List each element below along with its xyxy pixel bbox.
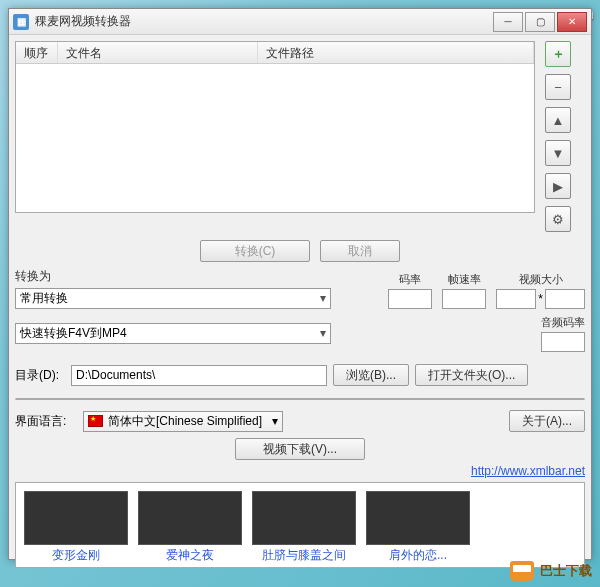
directory-value: D:\Documents\	[76, 368, 155, 382]
settings-button[interactable]: ⚙	[545, 206, 571, 232]
titlebar: ▦ 稞麦网视频转换器 ─ ▢ ✕	[9, 9, 591, 35]
website-link[interactable]: http://www.xmlbar.net	[471, 464, 585, 478]
format-value: 快速转换F4V到MP4	[20, 325, 127, 342]
thumb-image	[24, 491, 128, 545]
app-window: ▦ 稞麦网视频转换器 ─ ▢ ✕ 顺序 文件名 文件路径 ＋ − ▲ ▼ ▶	[8, 8, 592, 560]
thumb-caption: 肚脐与膝盖之间	[252, 547, 356, 564]
footer-brand-text: 巴士下载	[540, 562, 592, 580]
play-button[interactable]: ▶	[545, 173, 571, 199]
language-value: 简体中文[Chinese Simplified]	[108, 413, 262, 430]
thumb-image	[366, 491, 470, 545]
thumb-image	[138, 491, 242, 545]
remove-button[interactable]: −	[545, 74, 571, 100]
thumb-item[interactable]: 肚脐与膝盖之间	[252, 491, 356, 559]
thumb-item[interactable]: 肩外的恋...	[366, 491, 470, 559]
framerate-label: 帧速率	[442, 272, 486, 287]
audio-bitrate-input[interactable]	[541, 332, 585, 352]
language-select[interactable]: 简体中文[Chinese Simplified]	[83, 411, 283, 432]
cancel-button[interactable]: 取消	[320, 240, 400, 262]
preset-value: 常用转换	[20, 290, 68, 307]
thumbnail-strip: 变形金刚 爱神之夜 肚脐与膝盖之间 肩外的恋...	[15, 482, 585, 568]
column-seq[interactable]: 顺序	[16, 42, 58, 63]
app-icon: ▦	[13, 14, 29, 30]
open-folder-button[interactable]: 打开文件夹(O)...	[415, 364, 528, 386]
content-area: 顺序 文件名 文件路径 ＋ − ▲ ▼ ▶ ⚙ 转换(C) 取消 转换为	[9, 35, 591, 559]
bus-icon	[510, 561, 534, 581]
table-header: 顺序 文件名 文件路径	[16, 42, 534, 64]
about-button[interactable]: 关于(A)...	[509, 410, 585, 432]
directory-label: 目录(D):	[15, 367, 65, 384]
maximize-button[interactable]: ▢	[525, 12, 555, 32]
thumb-caption: 肩外的恋...	[366, 547, 470, 564]
bitrate-input[interactable]	[388, 289, 432, 309]
width-input[interactable]	[496, 289, 536, 309]
size-star: *	[538, 292, 543, 306]
progress-bar	[15, 398, 585, 400]
bitrate-label: 码率	[388, 272, 432, 287]
browse-button[interactable]: 浏览(B)...	[333, 364, 409, 386]
side-toolbar: ＋ − ▲ ▼ ▶ ⚙	[541, 41, 575, 232]
flag-icon	[88, 415, 103, 427]
add-button[interactable]: ＋	[545, 41, 571, 67]
video-size-label: 视频大小	[496, 272, 585, 287]
file-list-table[interactable]: 顺序 文件名 文件路径	[15, 41, 535, 213]
directory-input[interactable]: D:\Documents\	[71, 365, 327, 386]
audio-bitrate-label: 音频码率	[541, 315, 585, 330]
thumb-item[interactable]: 爱神之夜	[138, 491, 242, 559]
format-select[interactable]: 快速转换F4V到MP4	[15, 323, 331, 344]
window-controls: ─ ▢ ✕	[491, 12, 587, 32]
thumb-image	[252, 491, 356, 545]
close-button[interactable]: ✕	[557, 12, 587, 32]
window-title: 稞麦网视频转换器	[35, 13, 491, 30]
move-down-button[interactable]: ▼	[545, 140, 571, 166]
column-name[interactable]: 文件名	[58, 42, 258, 63]
minimize-button[interactable]: ─	[493, 12, 523, 32]
thumb-caption: 变形金刚	[24, 547, 128, 564]
convert-button[interactable]: 转换(C)	[200, 240, 310, 262]
thumb-caption: 爱神之夜	[138, 547, 242, 564]
height-input[interactable]	[545, 289, 585, 309]
language-label: 界面语言:	[15, 413, 75, 430]
preset-select[interactable]: 常用转换	[15, 288, 331, 309]
footer-brand: 巴士下载	[510, 561, 592, 581]
video-download-button[interactable]: 视频下载(V)...	[235, 438, 365, 460]
move-up-button[interactable]: ▲	[545, 107, 571, 133]
thumb-item[interactable]: 变形金刚	[24, 491, 128, 559]
column-path[interactable]: 文件路径	[258, 42, 534, 63]
framerate-input[interactable]	[442, 289, 486, 309]
convert-to-label: 转换为	[15, 268, 335, 285]
